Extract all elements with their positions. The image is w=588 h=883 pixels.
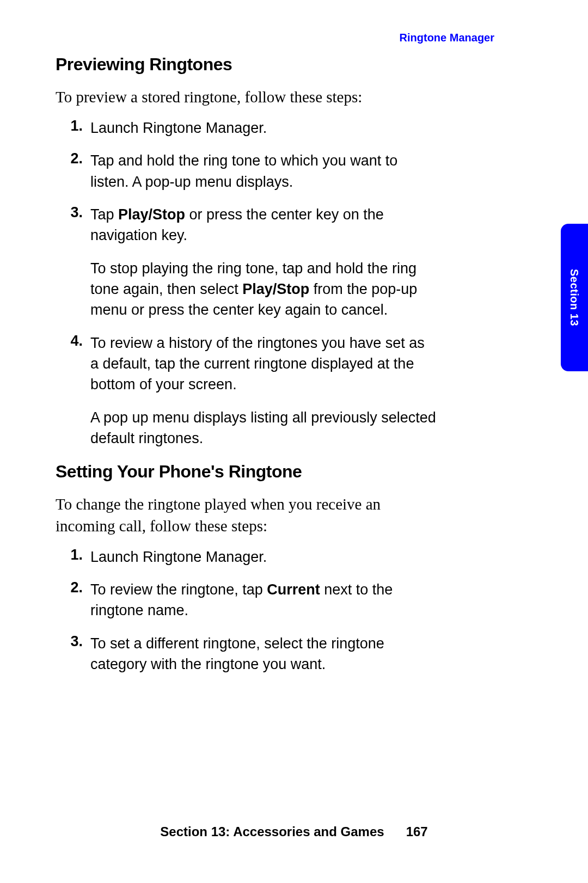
text-run: To review the ringtone, tap [90,581,267,598]
text-run: Launch Ringtone Manager. [90,549,267,565]
section-tab: Section 13 [561,224,588,371]
step-body: Tap Play/Stop or press the center key on… [90,204,437,321]
step-item: 3. To set a different ringtone, select t… [56,633,437,675]
running-header: Ringtone Manager [400,32,494,44]
step-para: Launch Ringtone Manager. [90,547,437,567]
step-number: 3. [56,633,90,675]
step-body: Launch Ringtone Manager. [90,118,437,138]
step-para: To set a different ringtone, select the … [90,633,437,675]
intro-paragraph: To change the ringtone played when you r… [56,494,437,536]
step-para: To review a history of the ringtones you… [90,333,437,395]
step-body: To review a history of the ringtones you… [90,333,437,449]
text-run: To set a different ringtone, select the … [90,635,384,672]
step-para: To stop playing the ring tone, tap and h… [90,258,437,321]
step-item: 2. Tap and hold the ring tone to which y… [56,150,437,192]
step-number: 1. [56,547,90,567]
text-run: Launch Ringtone Manager. [90,120,267,136]
section-tab-label: Section 13 [568,269,581,326]
step-number: 1. [56,118,90,138]
page-footer: Section 13: Accessories and Games167 [0,824,588,839]
step-item: 1. Launch Ringtone Manager. [56,547,437,567]
step-item: 1. Launch Ringtone Manager. [56,118,437,138]
text-run-bold: Current [267,581,320,598]
text-run-bold: Play/Stop [118,206,185,223]
text-run: Tap and hold the ring tone to which you … [90,152,397,189]
steps-list-1: 1. Launch Ringtone Manager. 2. Tap and h… [56,118,437,449]
step-item: 4. To review a history of the ringtones … [56,333,437,449]
page-root: Ringtone Manager Previewing Ringtones To… [0,0,588,883]
steps-list-2: 1. Launch Ringtone Manager. 2. To review… [56,547,437,675]
heading-previewing-ringtones: Previewing Ringtones [56,54,437,75]
text-run: To review a history of the ringtones you… [90,335,425,393]
step-para: To review the ringtone, tap Current next… [90,579,437,621]
step-body: Tap and hold the ring tone to which you … [90,150,437,192]
page-content: Previewing Ringtones To preview a stored… [56,54,437,686]
step-number: 4. [56,333,90,449]
step-body: Launch Ringtone Manager. [90,547,437,567]
intro-paragraph: To preview a stored ringtone, follow the… [56,87,437,108]
step-body: To review the ringtone, tap Current next… [90,579,437,621]
step-para: Tap Play/Stop or press the center key on… [90,204,437,246]
step-item: 2. To review the ringtone, tap Current n… [56,579,437,621]
step-number: 2. [56,579,90,621]
step-item: 3. Tap Play/Stop or press the center key… [56,204,437,321]
footer-section-title: Section 13: Accessories and Games [160,824,384,839]
step-number: 3. [56,204,90,321]
step-body: To set a different ringtone, select the … [90,633,437,675]
text-run: Tap [90,206,118,223]
step-number: 2. [56,150,90,192]
text-run-bold: Play/Stop [242,281,309,297]
step-para: Launch Ringtone Manager. [90,118,437,138]
heading-setting-your-phones-ringtone: Setting Your Phone's Ringtone [56,462,437,482]
text-run: A pop up menu displays listing all previ… [90,409,436,446]
step-para: A pop up menu displays listing all previ… [90,407,437,449]
footer-page-number: 167 [406,824,428,839]
step-para: Tap and hold the ring tone to which you … [90,150,437,192]
